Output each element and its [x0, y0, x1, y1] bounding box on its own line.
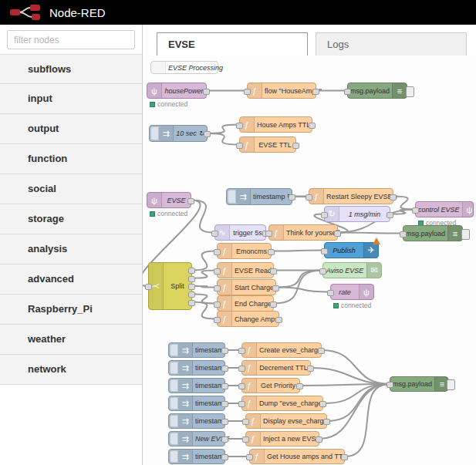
sidebar-item-raspberry_pi[interactable]: Raspberry_Pi — [0, 295, 142, 325]
input-port[interactable] — [244, 89, 251, 95]
input-port[interactable] — [236, 143, 243, 149]
node-gethouse[interactable]: ƒGet House amps and TTL — [249, 449, 345, 464]
output-port[interactable] — [188, 284, 195, 290]
sidebar-item-social[interactable]: social — [0, 174, 142, 204]
node-ts_c[interactable]: ⇉timestamp — [168, 378, 225, 393]
output-port[interactable] — [187, 198, 194, 204]
node-emoncms[interactable]: ƒEmoncms — [217, 243, 272, 259]
input-port[interactable] — [242, 419, 249, 425]
node-ts_d[interactable]: ⇉timestamp — [168, 396, 225, 411]
output-port[interactable] — [221, 366, 228, 372]
sidebar-item-weather[interactable]: weather — [0, 325, 142, 355]
output-port[interactable] — [390, 194, 397, 200]
output-port[interactable] — [203, 89, 210, 95]
flow-canvas[interactable]: EVSE ProcessingψhousePowerconnectedƒflow… — [143, 56, 476, 465]
wire[interactable] — [272, 251, 324, 251]
wire[interactable] — [319, 384, 390, 439]
output-port[interactable] — [292, 143, 299, 149]
wire[interactable] — [276, 288, 330, 292]
debug-toggle-tab[interactable] — [447, 379, 455, 390]
inject-button[interactable] — [170, 379, 178, 392]
input-port[interactable] — [412, 207, 419, 214]
node-display[interactable]: ƒDisplay evse_charge — [245, 413, 327, 429]
output-port[interactable] — [221, 419, 228, 425]
inject-button[interactable] — [170, 450, 178, 463]
node-timestamp1[interactable]: ⇉timestamp ↻ — [226, 188, 292, 205]
wire[interactable] — [322, 350, 390, 384]
node-housePower[interactable]: ψhousePower — [147, 83, 207, 99]
wire[interactable] — [345, 384, 390, 457]
output-port[interactable] — [204, 131, 211, 137]
output-port[interactable] — [387, 212, 393, 218]
node-startcharge[interactable]: ƒStart Charge — [217, 279, 276, 295]
sidebar-item-network[interactable]: network — [0, 355, 142, 385]
input-port[interactable] — [238, 383, 245, 389]
sidebar-item-storage[interactable]: storage — [0, 204, 142, 234]
input-port[interactable] — [327, 290, 334, 296]
input-port[interactable] — [387, 382, 393, 388]
input-port[interactable] — [236, 123, 243, 129]
node-msgpayload2[interactable]: msg.payload≡ — [403, 225, 463, 241]
node-injectnew[interactable]: ƒInject a new EVSE — [245, 431, 319, 446]
debug-toggle-tab[interactable] — [406, 86, 414, 97]
filter-nodes-input[interactable] — [7, 30, 135, 49]
tab-logs[interactable]: Logs — [316, 32, 467, 56]
input-port[interactable] — [246, 454, 253, 460]
node-think[interactable]: ƒThink for yourself — [268, 224, 338, 241]
input-port[interactable] — [238, 366, 245, 372]
node-split[interactable]: YSplit — [148, 262, 192, 310]
inject-button[interactable] — [170, 362, 178, 374]
node-ts_b[interactable]: ⇉timestamp — [168, 360, 225, 376]
output-port[interactable] — [323, 419, 330, 425]
output-port[interactable] — [309, 123, 316, 129]
input-port[interactable] — [238, 348, 245, 354]
node-dump[interactable]: ƒDump "evse_charge" — [241, 396, 323, 411]
tab-evse[interactable]: EVSE — [157, 32, 308, 56]
output-port[interactable] — [268, 249, 275, 255]
output-port[interactable] — [319, 401, 326, 407]
node-houseampsttl[interactable]: ƒHouse Amps TTL — [239, 116, 312, 133]
output-port[interactable] — [221, 436, 228, 443]
input-port[interactable] — [319, 268, 326, 275]
input-port[interactable] — [400, 231, 407, 238]
node-evse[interactable]: ψEVSE — [147, 192, 191, 208]
inject-button[interactable] — [170, 415, 178, 427]
inject-button[interactable] — [170, 433, 178, 445]
input-port[interactable] — [321, 212, 328, 218]
output-port[interactable] — [275, 317, 282, 323]
node-msgpayload1[interactable]: msg.payload≡ — [347, 83, 407, 99]
input-port[interactable] — [214, 249, 221, 255]
node-aviso[interactable]: Aviso EVSE✉ — [322, 262, 382, 278]
node-getpriority[interactable]: ƒGet Priority — [241, 378, 300, 393]
output-port[interactable] — [221, 348, 228, 354]
output-port[interactable] — [221, 454, 228, 460]
node-restart[interactable]: ƒRestart Sleepy EVSE's — [309, 188, 393, 204]
input-port[interactable] — [321, 248, 328, 254]
wire[interactable] — [311, 368, 390, 384]
output-port[interactable] — [188, 276, 195, 282]
output-port[interactable] — [221, 401, 228, 407]
sidebar-item-output[interactable]: output — [0, 114, 142, 144]
sidebar-item-analysis[interactable]: analysis — [0, 234, 142, 265]
sidebar-item-subflows[interactable]: subflows — [0, 54, 142, 84]
sidebar-item-advanced[interactable]: advanced — [0, 265, 142, 295]
node-controlevse[interactable]: control EVSEψ — [415, 201, 474, 217]
wire[interactable] — [338, 233, 403, 234]
output-port[interactable] — [312, 89, 319, 95]
output-port[interactable] — [221, 383, 228, 389]
output-port[interactable] — [341, 454, 348, 460]
node-evsettl[interactable]: ƒEVSE TTL — [239, 136, 296, 153]
input-port[interactable] — [214, 285, 221, 291]
input-port[interactable] — [214, 317, 221, 323]
input-port[interactable] — [238, 401, 245, 407]
node-houseAmps[interactable]: ƒflow "HouseAmps" — [247, 83, 316, 99]
node-publish[interactable]: Publish✈ — [324, 242, 379, 258]
output-port[interactable] — [289, 194, 295, 200]
node-endcharge[interactable]: ƒEnd Charge — [217, 295, 274, 312]
output-port[interactable] — [270, 268, 277, 275]
output-port[interactable] — [188, 300, 195, 306]
output-port[interactable] — [307, 366, 314, 372]
input-port[interactable] — [214, 302, 221, 308]
output-port[interactable] — [272, 285, 279, 291]
node-decrement[interactable]: ƒDecrement TTL — [241, 360, 311, 376]
